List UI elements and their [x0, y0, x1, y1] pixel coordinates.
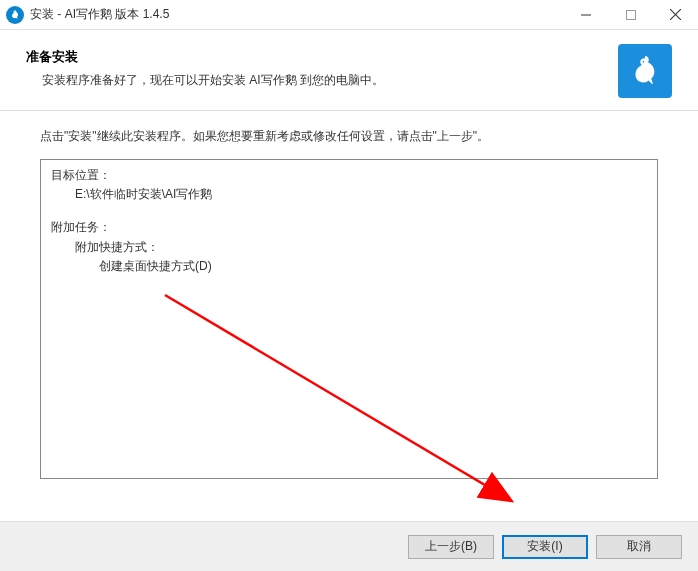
cancel-button[interactable]: 取消 — [596, 535, 682, 559]
page-heading: 准备安装 — [26, 48, 384, 66]
dest-path: E:\软件临时安装\AI写作鹅 — [51, 185, 647, 204]
install-button-label: 安装(I) — [527, 538, 562, 555]
desktop-shortcut: 创建桌面快捷方式(D) — [51, 257, 647, 276]
back-button[interactable]: 上一步(B) — [408, 535, 494, 559]
summary-textarea[interactable]: 目标位置： E:\软件临时安装\AI写作鹅 附加任务： 附加快捷方式： 创建桌面… — [40, 159, 658, 479]
maximize-button[interactable] — [608, 0, 653, 29]
instruction-text: 点击"安装"继续此安装程序。如果您想要重新考虑或修改任何设置，请点击"上一步"。 — [40, 127, 658, 145]
install-button[interactable]: 安装(I) — [502, 535, 588, 559]
titlebar: 安装 - AI写作鹅 版本 1.4.5 — [0, 0, 698, 30]
cancel-button-label: 取消 — [627, 538, 651, 555]
wizard-header: 准备安装 安装程序准备好了，现在可以开始安装 AI写作鹅 到您的电脑中。 — [0, 30, 698, 111]
svg-rect-1 — [626, 10, 635, 19]
wizard-footer: 上一步(B) 安装(I) 取消 — [0, 521, 698, 571]
dest-label: 目标位置： — [51, 166, 647, 185]
window-title: 安装 - AI写作鹅 版本 1.4.5 — [30, 6, 563, 23]
shortcuts-label: 附加快捷方式： — [51, 238, 647, 257]
wizard-body: 点击"安装"继续此安装程序。如果您想要重新考虑或修改任何设置，请点击"上一步"。… — [0, 111, 698, 499]
back-button-label: 上一步(B) — [425, 538, 477, 555]
minimize-button[interactable] — [563, 0, 608, 29]
app-logo — [618, 44, 672, 98]
tasks-label: 附加任务： — [51, 218, 647, 237]
app-icon — [6, 6, 24, 24]
close-button[interactable] — [653, 0, 698, 29]
window-controls — [563, 0, 698, 29]
page-subheading: 安装程序准备好了，现在可以开始安装 AI写作鹅 到您的电脑中。 — [26, 72, 384, 89]
